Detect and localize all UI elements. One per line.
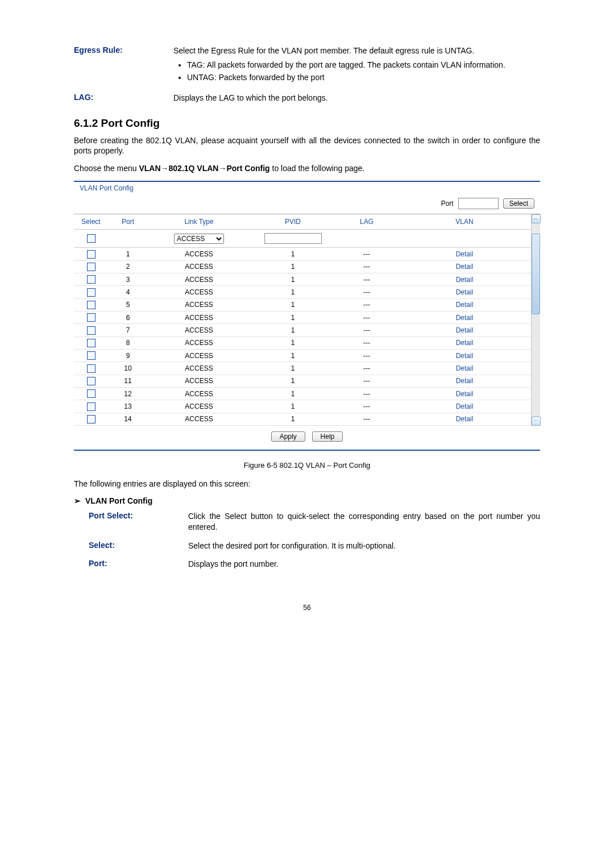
cell-pvid: 1 [250,273,335,285]
detail-link[interactable]: Detail [456,352,474,360]
cell-link-type: ACCESS [148,273,250,285]
table-filter-row: ACCESS [74,230,531,248]
cell-lag: --- [335,362,398,375]
table-row: 6ACCESS1---Detail [74,311,531,323]
apply-button[interactable]: Apply [271,431,305,442]
row-checkbox[interactable] [87,415,96,423]
definition-row: Egress Rule:Select the Egress Rule for t… [74,45,540,85]
cell-link-type: ACCESS [148,349,250,362]
detail-link[interactable]: Detail [456,377,474,385]
row-checkbox[interactable] [87,339,96,347]
cell-link-type: ACCESS [148,298,250,311]
definition-body: Displays the port number. [188,559,540,570]
cell-port: 8 [108,337,148,349]
cell-port: 2 [108,260,148,273]
cell-lag: --- [335,311,398,323]
definition-label: Port Select: [89,511,188,520]
detail-link[interactable]: Detail [456,288,474,296]
detail-link[interactable]: Detail [456,390,474,398]
cell-link-type: ACCESS [148,260,250,273]
cell-lag: --- [335,260,398,273]
cell-port: 11 [108,375,148,387]
cell-lag: --- [335,286,398,298]
table-row: 9ACCESS1---Detail [74,349,531,362]
menu-path-line: Choose the menu VLAN→802.1Q VLAN→Port Co… [74,163,540,174]
row-checkbox[interactable] [87,351,96,360]
definition-label: Select: [89,541,188,550]
row-checkbox[interactable] [87,326,96,335]
intro-paragraph: Before creating the 802.1Q VLAN, please … [74,135,540,157]
link-type-select[interactable]: ACCESS [174,234,224,244]
definition-row: Select:Select the desired port for confi… [74,541,540,551]
cell-lag: --- [335,324,398,337]
cell-port: 5 [108,298,148,311]
col-pvid: PVID [250,214,335,230]
row-checkbox[interactable] [87,313,96,322]
definition-body: Select the Egress Rule for the VLAN port… [173,45,540,85]
detail-link[interactable]: Detail [456,250,474,258]
row-checkbox[interactable] [87,275,96,284]
cell-lag: --- [335,273,398,285]
cell-link-type: ACCESS [148,311,250,323]
cell-port: 4 [108,286,148,298]
port-config-table: Select Port Link Type PVID LAG VLAN [74,214,531,426]
scroll-up-icon[interactable]: ︿ [532,214,541,223]
cell-port: 3 [108,273,148,285]
row-checkbox[interactable] [87,301,96,309]
detail-link[interactable]: Detail [456,415,474,423]
cell-link-type: ACCESS [148,324,250,337]
scroll-down-icon[interactable]: ﹀ [532,417,541,426]
detail-link[interactable]: Detail [456,402,474,410]
detail-link[interactable]: Detail [456,314,474,322]
table-row: 14ACCESS1---Detail [74,413,531,425]
detail-link[interactable]: Detail [456,301,474,309]
cell-link-type: ACCESS [148,248,250,260]
row-checkbox[interactable] [87,364,96,373]
table-header-row: Select Port Link Type PVID LAG VLAN [74,214,531,230]
detail-link[interactable]: Detail [456,339,474,347]
pvid-input[interactable] [264,233,322,244]
detail-link[interactable]: Detail [456,326,474,334]
cell-pvid: 1 [250,248,335,260]
definition-body: Displays the LAG to which the port belon… [173,93,540,103]
row-checkbox[interactable] [87,377,96,385]
table-row: 11ACCESS1---Detail [74,375,531,387]
table-scrollbar[interactable]: ︿ ﹀ [531,214,540,426]
detail-link[interactable]: Detail [456,276,474,284]
row-checkbox[interactable] [87,288,96,297]
port-select-input[interactable] [458,198,499,209]
table-row: 5ACCESS1---Detail [74,298,531,311]
select-all-checkbox[interactable] [87,234,96,243]
definition-bullet: TAG: All packets forwarded by the port a… [187,60,540,70]
help-button[interactable]: Help [312,431,343,442]
table-row: 13ACCESS1---Detail [74,400,531,413]
table-row: 3ACCESS1---Detail [74,273,531,285]
cell-link-type: ACCESS [148,400,250,413]
row-checkbox[interactable] [87,402,96,411]
cell-pvid: 1 [250,362,335,375]
row-checkbox[interactable] [87,250,96,259]
definition-bullet: UNTAG: Packets forwarded by the port [187,72,540,83]
definition-label: Port: [89,559,188,568]
col-linktype: Link Type [148,214,250,230]
cell-pvid: 1 [250,311,335,323]
table-row: 1ACCESS1---Detail [74,248,531,260]
cell-pvid: 1 [250,260,335,273]
detail-link[interactable]: Detail [456,263,474,271]
cell-pvid: 1 [250,413,335,425]
cell-pvid: 1 [250,286,335,298]
cell-pvid: 1 [250,324,335,337]
scroll-thumb[interactable] [532,234,540,314]
section-heading: 6.1.2 Port Config [74,117,540,130]
row-checkbox[interactable] [87,263,96,271]
cell-link-type: ACCESS [148,286,250,298]
cell-link-type: ACCESS [148,387,250,400]
cell-lag: --- [335,400,398,413]
detail-link[interactable]: Detail [456,364,474,372]
row-checkbox[interactable] [87,389,96,398]
col-port: Port [108,214,148,230]
panel-title: VLAN Port Config [74,182,540,197]
vlan-port-config-panel: VLAN Port Config Port Select Select Port [74,181,540,451]
port-select-button[interactable]: Select [503,198,534,209]
menu-suffix: to load the following page. [270,164,365,173]
